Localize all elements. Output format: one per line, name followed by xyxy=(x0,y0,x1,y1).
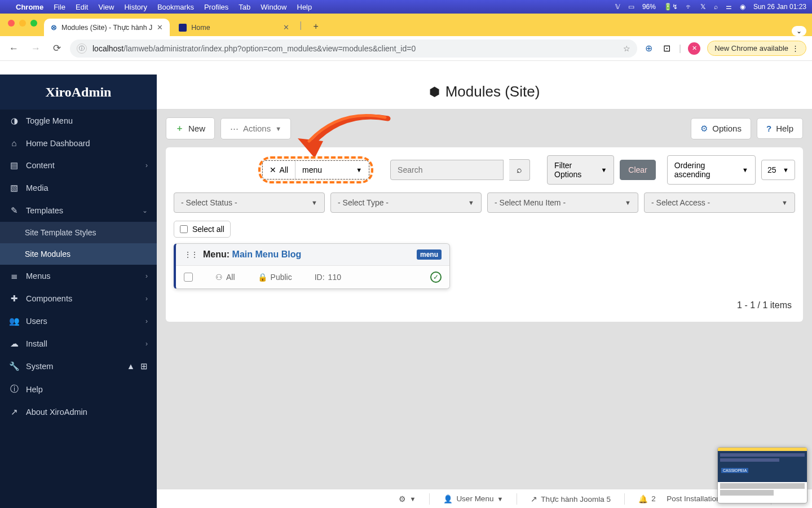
sidebar-item-users[interactable]: 👥Users› xyxy=(0,310,157,332)
brand-logo[interactable]: XiroAdmin xyxy=(0,75,157,110)
tab-second[interactable]: Home ✕ xyxy=(172,19,296,36)
about-icon: ↗ xyxy=(9,407,19,417)
bookmark-icon[interactable]: ☆ xyxy=(623,44,630,53)
mac-menu-edit[interactable]: Edit xyxy=(76,3,88,11)
sidebar-sub-site-template-styles[interactable]: Site Template Styles xyxy=(0,222,157,243)
address-bar[interactable]: ⓘ localhost/lamweb/administrator/index.p… xyxy=(70,40,637,58)
row-checkbox[interactable] xyxy=(184,273,193,282)
filter-chip-clear[interactable]: ✕All xyxy=(263,161,296,179)
select-all-checkbox[interactable]: Select all xyxy=(174,221,231,238)
mac-menu-view[interactable]: View xyxy=(98,3,114,11)
type-filter[interactable]: - Select Type -▼ xyxy=(330,192,482,213)
preview-thumbnail[interactable]: CASSIOPEIA xyxy=(717,447,807,503)
display-icon[interactable]: ▭ xyxy=(628,3,634,11)
clear-button[interactable]: Clear xyxy=(620,160,655,180)
search-icon[interactable]: ⌕ xyxy=(714,3,718,11)
module-title-link[interactable]: Main Menu Blog xyxy=(232,249,302,259)
filter-chip-value[interactable]: menu▼ xyxy=(295,161,369,179)
tabs-dropdown-icon[interactable]: ⌄ xyxy=(792,26,806,36)
control-center-icon[interactable]: ⚌ xyxy=(726,3,732,11)
window-zoom-icon[interactable] xyxy=(30,20,37,27)
tab-close-icon[interactable]: ✕ xyxy=(283,23,289,32)
ordering-select[interactable]: Ordering ascending▼ xyxy=(667,155,756,185)
sidebar-sub-site-modules[interactable]: Site Modules xyxy=(0,243,157,265)
options-button[interactable]: ⚙Options xyxy=(691,118,751,139)
mac-menu-profiles[interactable]: Profiles xyxy=(204,3,228,11)
forward-button[interactable]: → xyxy=(28,41,44,56)
extensions-icon[interactable]: ⊡ xyxy=(661,43,672,54)
gear-icon: ⚙ xyxy=(700,124,708,134)
window-close-icon[interactable] xyxy=(8,20,15,27)
wifi-icon[interactable]: ᯤ xyxy=(686,3,692,11)
plus-icon: ＋ xyxy=(175,123,184,134)
users-icon: 👥 xyxy=(9,316,19,326)
module-id: ID: 110 xyxy=(315,273,341,282)
status-filter[interactable]: - Select Status -▼ xyxy=(174,192,325,213)
back-button[interactable]: ← xyxy=(6,41,22,56)
settings-dropdown[interactable]: ⚙▼ xyxy=(394,494,420,503)
sidebar-item-toggle-menu[interactable]: ◑Toggle Menu xyxy=(0,110,157,132)
profile-avatar[interactable]: ✕ xyxy=(688,42,700,55)
menu-item-filter[interactable]: - Select Menu Item -▼ xyxy=(487,192,638,213)
toggle-icon: ◑ xyxy=(9,116,19,126)
window-minimize-icon[interactable] xyxy=(19,20,26,27)
sidebar-item-menus[interactable]: ≣Menus› xyxy=(0,265,157,287)
tab-active[interactable]: ⊗ Modules (Site) - Thực hành J ✕ xyxy=(44,19,170,36)
new-button[interactable]: ＋New xyxy=(166,117,215,139)
user-menu-button[interactable]: 👤User Menu▼ xyxy=(439,494,508,503)
search-input[interactable] xyxy=(390,160,504,180)
sidebar-item-templates[interactable]: ✎Templates⌄ xyxy=(0,199,157,222)
update-button[interactable]: New Chrome available ⋮ xyxy=(707,41,806,56)
sidebar-item-media[interactable]: ▧Media xyxy=(0,177,157,199)
filter-options-button[interactable]: Filter Options▼ xyxy=(547,155,614,185)
position-badge: menu xyxy=(417,249,442,260)
content-icon: ▤ xyxy=(9,160,19,170)
sidebar-item-home[interactable]: ⌂Home Dashboard xyxy=(0,132,157,154)
mac-menu-history[interactable]: History xyxy=(124,3,147,11)
sidebar-item-help[interactable]: ⓘHelp xyxy=(0,378,157,401)
v-icon[interactable]: 𝕍 xyxy=(615,3,620,11)
user-icon: 👤 xyxy=(443,494,453,503)
mac-menu-bookmarks[interactable]: Bookmarks xyxy=(157,3,194,11)
mac-app-name[interactable]: Chrome xyxy=(16,3,43,11)
mac-menu-window[interactable]: Window xyxy=(261,3,286,11)
search-icon: ⌕ xyxy=(517,165,522,174)
x-icon[interactable]: 𝕏 xyxy=(700,3,706,11)
actions-button[interactable]: ⋯Actions▼ xyxy=(220,118,291,139)
help-button[interactable]: ?Help xyxy=(757,118,803,139)
chevron-right-icon: › xyxy=(145,295,148,303)
main-content: ⬢ Modules (Site) ＋New ⋯Actions▼ ⚙Options… xyxy=(157,75,812,508)
sidebar-item-install[interactable]: ☁Install› xyxy=(0,332,157,355)
chevron-down-icon: ▼ xyxy=(742,167,748,173)
frontend-link[interactable]: ↗Thực hành Joomla 5 xyxy=(526,494,615,503)
mac-menu-help[interactable]: Help xyxy=(297,3,312,11)
checkbox[interactable] xyxy=(180,225,188,233)
x-icon: ✕ xyxy=(270,165,276,174)
status-published-icon[interactable]: ✓ xyxy=(430,271,442,283)
site-info-icon[interactable]: ⓘ xyxy=(77,43,87,54)
access-filter[interactable]: - Select Access -▼ xyxy=(644,192,795,213)
clock[interactable]: Sun 26 Jan 01:23 xyxy=(753,3,806,11)
mac-menu-file[interactable]: File xyxy=(54,3,65,11)
limit-select[interactable]: 25▼ xyxy=(761,160,795,180)
module-access: 🔒Public xyxy=(258,273,292,282)
reload-button[interactable]: ⟳ xyxy=(50,40,64,56)
sidebar-item-about[interactable]: ↗About XiroAdmin xyxy=(0,401,157,423)
sidebar-item-content[interactable]: ▤Content› xyxy=(0,154,157,177)
drag-handle-icon[interactable]: ⋮⋮ xyxy=(184,250,197,259)
battery-icon[interactable]: 🔋↯ xyxy=(664,3,678,11)
siri-icon[interactable]: ◉ xyxy=(740,3,745,11)
kebab-icon: ⋮ xyxy=(792,44,799,52)
module-pages: ⚇All xyxy=(215,273,235,282)
sidebar-item-system[interactable]: 🔧System▲⊞ xyxy=(0,355,157,378)
search-button[interactable]: ⌕ xyxy=(509,159,530,181)
page-title: Modules (Site) xyxy=(445,83,540,100)
tab-close-icon[interactable]: ✕ xyxy=(157,23,163,32)
chevron-down-icon: ▼ xyxy=(356,167,362,173)
mac-menu-tab[interactable]: Tab xyxy=(239,3,250,11)
new-tab-button[interactable]: + xyxy=(307,17,324,36)
translate-icon[interactable]: ⊕ xyxy=(643,43,654,54)
update-label: New Chrome available xyxy=(714,44,788,52)
chevron-down-icon: ⌄ xyxy=(142,207,148,214)
sidebar-item-components[interactable]: ✚Components› xyxy=(0,287,157,310)
